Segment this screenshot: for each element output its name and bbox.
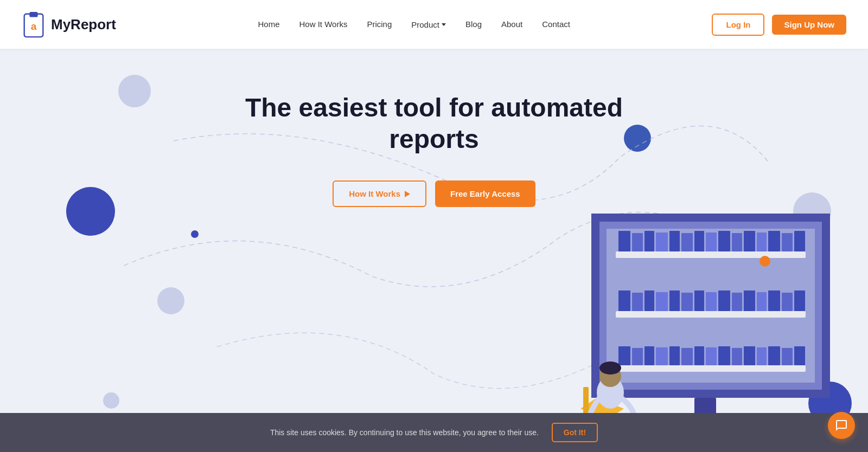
- svg-rect-43: [669, 346, 680, 365]
- svg-rect-21: [794, 231, 805, 251]
- hero-section: The easiest tool for automated reports H…: [0, 49, 868, 452]
- chevron-down-icon: [442, 23, 446, 26]
- svg-rect-19: [768, 231, 780, 251]
- svg-rect-41: [644, 346, 654, 365]
- got-it-button[interactable]: Got It!: [552, 423, 598, 442]
- svg-rect-27: [669, 290, 680, 311]
- decorative-circle-1: [118, 75, 151, 107]
- cookie-banner: This site uses cookies. By continuing to…: [0, 413, 868, 452]
- nav-home[interactable]: Home: [258, 20, 279, 29]
- svg-rect-16: [732, 233, 742, 251]
- nav-product[interactable]: Product: [411, 20, 446, 29]
- svg-rect-17: [744, 231, 755, 251]
- svg-rect-36: [782, 293, 793, 311]
- svg-rect-20: [782, 233, 793, 251]
- how-it-works-button[interactable]: How It Works: [333, 180, 426, 207]
- nav-links: Home How It Works Pricing Product Blog A…: [258, 20, 570, 29]
- svg-rect-53: [794, 346, 805, 365]
- chat-bubble-button[interactable]: [828, 412, 855, 439]
- svg-rect-55: [694, 398, 716, 414]
- navbar: a MyReport Home How It Works Pricing Pro…: [0, 0, 868, 49]
- brand-name: MyReport: [51, 16, 116, 33]
- svg-rect-11: [669, 231, 680, 251]
- decorative-circle-5: [103, 392, 119, 409]
- signup-button[interactable]: Sign Up Now: [772, 15, 846, 35]
- svg-rect-30: [706, 292, 717, 311]
- svg-rect-48: [732, 348, 742, 365]
- svg-rect-51: [768, 346, 780, 365]
- svg-rect-42: [656, 347, 668, 365]
- logo[interactable]: a MyReport: [22, 11, 116, 38]
- nav-buttons: Log In Sign Up Now: [712, 14, 846, 36]
- svg-rect-18: [757, 233, 767, 251]
- nav-contact[interactable]: Contact: [542, 20, 570, 29]
- svg-point-54: [760, 256, 770, 267]
- logo-icon: a: [22, 11, 46, 38]
- svg-rect-25: [644, 290, 654, 311]
- svg-rect-38: [616, 365, 806, 372]
- svg-rect-45: [694, 346, 704, 365]
- login-button[interactable]: Log In: [712, 14, 764, 36]
- svg-rect-52: [782, 348, 793, 365]
- svg-rect-28: [681, 293, 693, 311]
- svg-rect-29: [694, 290, 704, 311]
- svg-rect-32: [732, 293, 742, 311]
- free-early-access-button[interactable]: Free Early Access: [435, 180, 535, 207]
- svg-rect-1: [29, 12, 37, 17]
- decorative-circle-4: [157, 287, 184, 314]
- svg-text:a: a: [31, 21, 37, 32]
- svg-rect-13: [694, 231, 704, 251]
- nav-blog[interactable]: Blog: [465, 20, 482, 29]
- svg-rect-6: [616, 251, 806, 258]
- svg-rect-50: [757, 347, 767, 365]
- svg-rect-24: [632, 293, 643, 311]
- svg-rect-12: [681, 233, 693, 251]
- chat-icon: [835, 419, 848, 432]
- svg-rect-40: [632, 348, 643, 365]
- nav-how-it-works[interactable]: How It Works: [299, 20, 348, 29]
- svg-rect-34: [757, 292, 767, 311]
- svg-rect-49: [744, 346, 755, 365]
- svg-rect-8: [632, 233, 643, 251]
- svg-rect-23: [618, 290, 630, 311]
- svg-rect-22: [616, 311, 806, 318]
- svg-rect-15: [718, 231, 730, 251]
- svg-rect-47: [718, 346, 730, 365]
- svg-rect-35: [768, 290, 780, 311]
- svg-point-62: [599, 361, 621, 374]
- decorative-circle-3: [191, 230, 199, 238]
- svg-rect-46: [706, 347, 717, 365]
- hero-title: The easiest tool for automated reports: [217, 92, 651, 154]
- svg-rect-33: [744, 290, 755, 311]
- decorative-circle-2: [66, 187, 115, 236]
- svg-rect-14: [706, 233, 717, 251]
- svg-rect-10: [656, 233, 668, 251]
- svg-rect-9: [644, 231, 654, 251]
- play-icon: [405, 191, 410, 197]
- nav-pricing[interactable]: Pricing: [367, 20, 392, 29]
- svg-rect-7: [618, 231, 630, 251]
- cookie-message: This site uses cookies. By continuing to…: [270, 428, 539, 437]
- svg-rect-26: [656, 292, 668, 311]
- svg-rect-44: [681, 348, 693, 365]
- hero-buttons: How It Works Free Early Access: [333, 180, 535, 207]
- svg-rect-31: [718, 290, 730, 311]
- svg-rect-37: [794, 290, 805, 311]
- nav-about[interactable]: About: [501, 20, 522, 29]
- svg-rect-39: [618, 346, 630, 365]
